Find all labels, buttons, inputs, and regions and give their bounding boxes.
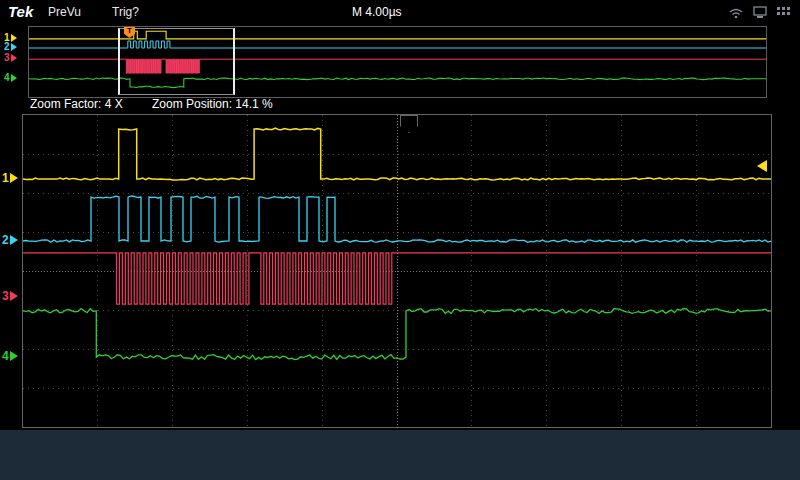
main-waveform-display xyxy=(23,115,771,427)
ch4-arrow-icon xyxy=(10,351,18,361)
ch3-arrow-icon xyxy=(11,54,17,62)
zoom-factor-readout: Zoom Factor: 4 X xyxy=(30,97,123,111)
acquisition-status: PreVu xyxy=(48,5,81,19)
ch2-marker-main[interactable]: 2 xyxy=(2,233,18,247)
ch1-trigger-level-arrow[interactable] xyxy=(757,160,767,172)
ch2-marker-overview[interactable]: 2 xyxy=(4,41,17,52)
oscilloscope-screen: Tek PreVu Trig? M 4.00µs T 1 2 3 4 Zoom … xyxy=(0,0,800,480)
ch1-arrow-icon xyxy=(10,173,18,183)
trace-ch3 xyxy=(23,253,771,304)
app-grid-icon xyxy=(776,5,790,23)
ch3-marker-main[interactable]: 3 xyxy=(2,289,18,303)
main-timebase-readout: M 4.00µs xyxy=(352,5,402,19)
wifi-icon xyxy=(728,5,744,23)
tek-logo: Tek xyxy=(8,3,33,20)
zoom-window-bracket[interactable] xyxy=(118,28,235,95)
ch4-marker-main[interactable]: 4 xyxy=(2,349,18,363)
main-graticule xyxy=(22,114,772,428)
ch2-arrow-icon xyxy=(11,43,17,51)
zoom-info-row: Zoom Factor: 4 X Zoom Position: 14.1 % xyxy=(0,97,800,113)
remote-display-icon xyxy=(752,5,768,23)
ch4-arrow-icon xyxy=(11,74,17,82)
ch2-arrow-icon xyxy=(10,235,18,245)
top-status-bar: Tek PreVu Trig? M 4.00µs xyxy=(0,0,800,24)
ch4-marker-overview[interactable]: 4 xyxy=(4,72,17,83)
ch1-marker-main[interactable]: 1 xyxy=(2,171,18,185)
zoom-position-readout: Zoom Position: 14.1 % xyxy=(152,97,273,111)
trigger-status: Trig? xyxy=(112,5,139,19)
readout-bar: CH1 2.00V BW CH2 2.00V BW CH3 2.00V CH4 … xyxy=(0,428,800,480)
ch3-arrow-icon xyxy=(10,291,18,301)
ch3-marker-overview[interactable]: 3 xyxy=(4,52,17,63)
